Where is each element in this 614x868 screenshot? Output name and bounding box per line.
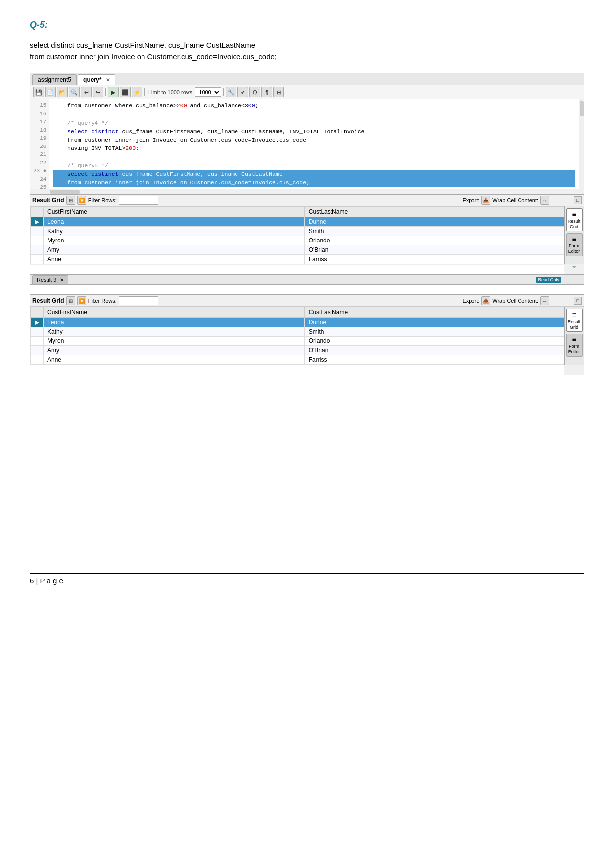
table-row: Kathy Smith bbox=[31, 227, 564, 236]
cell-lastname-2: Orlando bbox=[304, 337, 564, 346]
cell-lastname-2: Farriss bbox=[304, 355, 564, 365]
icon-btn5[interactable]: ⊞ bbox=[273, 87, 284, 97]
cell-firstname: Leona bbox=[44, 217, 305, 227]
bottom-tab-close-icon[interactable]: ✕ bbox=[60, 277, 64, 283]
new-btn[interactable]: 📄 bbox=[45, 87, 56, 97]
editor-area: 15 16 17 18 19 20 21 22 23 ● 24 25 from … bbox=[30, 99, 584, 189]
cell-lastname: Smith bbox=[304, 227, 564, 236]
row-indicator: ▶ bbox=[31, 217, 44, 227]
col-lastname-header-2[interactable]: CustLastName bbox=[304, 307, 564, 318]
cell-lastname: Dunne bbox=[304, 217, 564, 227]
table-row: Amy O'Brian bbox=[31, 245, 564, 255]
cell-lastname-2: Smith bbox=[304, 327, 564, 337]
table-row: ▶ Leona Dunne bbox=[31, 217, 564, 227]
tab-query[interactable]: query* ✕ bbox=[78, 74, 115, 85]
tab-bar: assignment5 query* ✕ bbox=[30, 73, 584, 85]
wrap-icon-btn-2[interactable]: ↔ bbox=[540, 296, 549, 305]
filter-input-2[interactable] bbox=[119, 296, 158, 305]
code-line-18: select distinct cus_fname CustFirstName,… bbox=[53, 127, 575, 136]
expand-arrow[interactable]: ⌄ bbox=[571, 260, 577, 270]
col-firstname-header-2[interactable]: CustFirstName bbox=[44, 307, 305, 318]
empty-row-space-2 bbox=[30, 365, 564, 375]
bottom-tab-result9[interactable]: Result 9 ✕ bbox=[32, 275, 68, 284]
undo-btn[interactable]: ↩ bbox=[81, 87, 92, 97]
page-footer: 6 | P a g e bbox=[30, 573, 584, 585]
cell-lastname: Farriss bbox=[304, 255, 564, 264]
read-only-badge: Read Only bbox=[536, 277, 561, 283]
desc-line2: from customer inner join Invoice on Cust… bbox=[30, 52, 277, 61]
toolbar: 💾 📄 📂 🔍 ↩ ↪ ▶ ⬛ ⚡ Limit to 1000 rows 100… bbox=[30, 85, 584, 99]
table-row: Amy O'Brian bbox=[31, 346, 564, 355]
result-panel-toggle[interactable]: □ bbox=[574, 196, 582, 204]
row-indicator-2: ▶ bbox=[31, 318, 44, 327]
tab-close-icon[interactable]: ✕ bbox=[106, 77, 110, 83]
table-row: Anne Farriss bbox=[31, 255, 564, 264]
stop-btn[interactable]: ⬛ bbox=[120, 87, 131, 97]
editor-scrollbar[interactable] bbox=[579, 99, 584, 189]
result-grid-btn[interactable]: ≡ Result Grid bbox=[566, 208, 583, 231]
description: select distinct cus_fname CustFirstName,… bbox=[30, 39, 584, 63]
grid-icon-btn-2[interactable]: ⊞ bbox=[66, 296, 75, 305]
result-grid-label-2[interactable]: Result Grid bbox=[32, 297, 64, 304]
result-grid-btn-2[interactable]: ≡ Result Grid bbox=[566, 309, 583, 332]
col-firstname-header[interactable]: CustFirstName bbox=[44, 207, 305, 217]
filter-icon-btn-2[interactable]: 🔽 bbox=[77, 296, 86, 305]
toolbar-sep3 bbox=[223, 88, 224, 96]
cell-firstname-2: Myron bbox=[44, 337, 305, 346]
wrap-label: Wrap Cell Content: bbox=[492, 197, 538, 203]
code-line-22: /* query5 */ bbox=[53, 161, 575, 170]
cell-firstname: Amy bbox=[44, 245, 305, 255]
wrap-icon-btn[interactable]: ↔ bbox=[540, 196, 549, 205]
export-label: Export: bbox=[462, 197, 479, 203]
filter-input[interactable] bbox=[119, 196, 158, 205]
icon-btn1[interactable]: 🔧 bbox=[226, 87, 236, 97]
wrap-label-2: Wrap Cell Content: bbox=[492, 298, 538, 304]
filter-icon-btn[interactable]: 🔽 bbox=[77, 196, 86, 205]
result-toolbar-2: Result Grid ⊞ 🔽 Filter Rows: Export: 📤 W… bbox=[30, 295, 584, 307]
icon-btn2[interactable]: ✔ bbox=[237, 87, 248, 97]
right-side-panel-2: ≡ Result Grid ≡ Form Editor bbox=[564, 307, 584, 365]
limit-select[interactable]: 1000 500 100 bbox=[195, 87, 221, 97]
filter-label-2: Filter Rows: bbox=[88, 298, 117, 304]
table-row: ▶ Leona Dunne bbox=[31, 318, 564, 327]
cell-firstname-2: Anne bbox=[44, 355, 305, 365]
form-editor-btn[interactable]: ≡ Form Editor bbox=[566, 233, 583, 256]
table-row: Kathy Smith bbox=[31, 327, 564, 337]
col-lastname-header[interactable]: CustLastName bbox=[304, 207, 564, 217]
form-editor-btn-2[interactable]: ≡ Form Editor bbox=[566, 334, 583, 356]
run-btn[interactable]: ▶ bbox=[108, 87, 119, 97]
result-toolbar: Result Grid ⊞ 🔽 Filter Rows: Export: 📤 W… bbox=[30, 194, 584, 206]
redo-btn[interactable]: ↪ bbox=[93, 87, 103, 97]
result-panel-toggle-2[interactable]: □ bbox=[574, 297, 582, 305]
export-icon-btn-2[interactable]: 📤 bbox=[481, 296, 490, 305]
h-scrollbar[interactable] bbox=[30, 189, 584, 194]
line-numbers: 15 16 17 18 19 20 21 22 23 ● 24 25 bbox=[30, 99, 49, 189]
result-grid-table: CustFirstName CustLastName ▶ Leona Dunne… bbox=[30, 206, 564, 264]
bottom-tab-bar: Result 9 ✕ Read Only bbox=[30, 274, 584, 284]
code-line-17: /* query4 */ bbox=[53, 119, 575, 127]
code-content[interactable]: from customer where cus_balance>200 and … bbox=[49, 99, 579, 189]
save-btn[interactable]: 💾 bbox=[33, 87, 44, 97]
code-line-15: from customer where cus_balance>200 and … bbox=[53, 101, 575, 110]
code-line-21 bbox=[53, 153, 575, 161]
second-workbench: Result Grid ⊞ 🔽 Filter Rows: Export: 📤 W… bbox=[30, 294, 584, 375]
icon-btn4[interactable]: ¶ bbox=[261, 87, 272, 97]
desc-line1: select distinct cus_fname CustFirstName,… bbox=[30, 41, 255, 49]
workbench-container: assignment5 query* ✕ 💾 📄 📂 🔍 ↩ ↪ ▶ ⬛ ⚡ L… bbox=[30, 73, 584, 285]
result-grid-label[interactable]: Result Grid bbox=[32, 197, 64, 204]
code-line-19: from customer inner join Invoice on Cust… bbox=[53, 136, 575, 144]
cell-lastname: Orlando bbox=[304, 236, 564, 245]
open-btn[interactable]: 📂 bbox=[57, 87, 68, 97]
cell-firstname-2: Amy bbox=[44, 346, 305, 355]
tab-assignment5[interactable]: assignment5 bbox=[32, 74, 77, 85]
run-script-btn[interactable]: ⚡ bbox=[132, 87, 142, 97]
grid-icon-btn[interactable]: ⊞ bbox=[66, 196, 75, 205]
cell-firstname: Kathy bbox=[44, 227, 305, 236]
export-icon-btn[interactable]: 📤 bbox=[481, 196, 490, 205]
grid-section: CustFirstName CustLastName ▶ Leona Dunne… bbox=[30, 206, 584, 264]
search-btn[interactable]: 🔍 bbox=[69, 87, 80, 97]
icon-btn3[interactable]: Q bbox=[249, 87, 260, 97]
cell-lastname-2: Dunne bbox=[304, 318, 564, 327]
filter-label: Filter Rows: bbox=[88, 197, 117, 203]
col-header-first bbox=[31, 207, 44, 217]
